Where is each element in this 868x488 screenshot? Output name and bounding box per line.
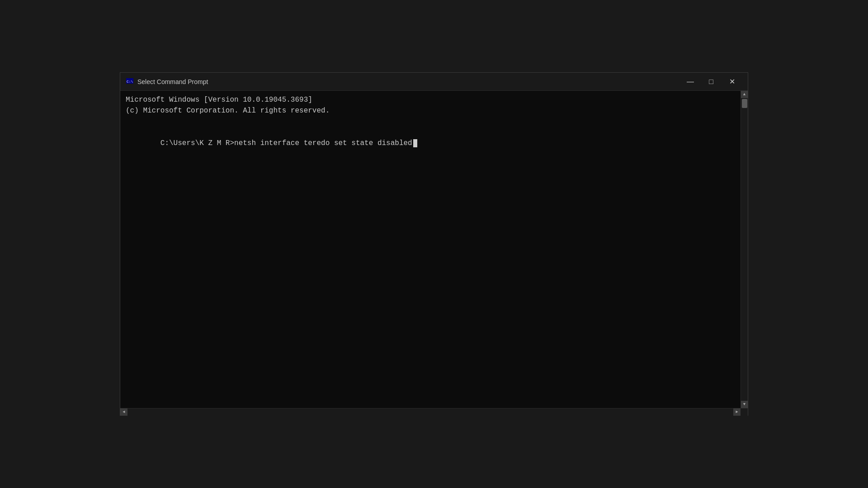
cursor	[413, 139, 417, 147]
terminal-line-1: Microsoft Windows [Version 10.0.19045.36…	[126, 94, 735, 105]
scroll-left-button[interactable]: ◄	[120, 408, 127, 416]
cmd-icon: C:\	[126, 78, 134, 86]
terminal-line-4: C:\Users\K Z M R>netsh interface teredo …	[126, 127, 735, 160]
scrollbar-corner	[741, 408, 748, 416]
window-controls: — □ ✕	[680, 73, 742, 91]
minimize-button[interactable]: —	[680, 73, 701, 91]
scroll-up-button[interactable]: ▲	[741, 91, 748, 98]
scroll-thumb[interactable]	[742, 99, 747, 108]
close-button[interactable]: ✕	[722, 73, 742, 91]
content-area: Microsoft Windows [Version 10.0.19045.36…	[120, 91, 748, 408]
scroll-down-button[interactable]: ▼	[741, 401, 748, 408]
horizontal-scroll-track[interactable]	[127, 408, 733, 416]
terminal-body[interactable]: Microsoft Windows [Version 10.0.19045.36…	[120, 91, 741, 408]
title-bar: C:\ Select Command Prompt — □ ✕	[120, 73, 748, 91]
horizontal-scrollbar: ◄ ►	[120, 408, 748, 415]
cmd-window: C:\ Select Command Prompt — □ ✕ Microsof…	[120, 72, 748, 416]
scroll-right-button[interactable]: ►	[733, 408, 741, 416]
terminal-line-2: (c) Microsoft Corporation. All rights re…	[126, 105, 735, 116]
maximize-button[interactable]: □	[701, 73, 722, 91]
vertical-scrollbar: ▲ ▼	[741, 91, 748, 408]
svg-text:C:\: C:\	[127, 80, 133, 84]
terminal-line-3	[126, 116, 735, 127]
window-title: Select Command Prompt	[137, 78, 680, 85]
